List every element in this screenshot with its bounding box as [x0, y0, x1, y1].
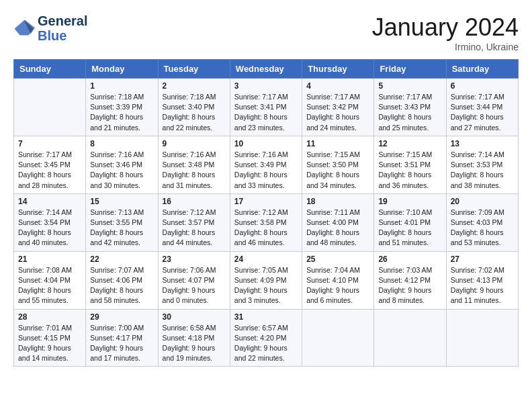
cell-content: Sunrise: 7:18 AM Sunset: 3:40 PM Dayligh…	[163, 92, 226, 133]
calendar-cell: 30Sunrise: 6:58 AM Sunset: 4:18 PM Dayli…	[158, 309, 230, 367]
cell-content: Sunrise: 7:16 AM Sunset: 3:46 PM Dayligh…	[90, 150, 153, 191]
calendar-cell: 29Sunrise: 7:00 AM Sunset: 4:17 PM Dayli…	[86, 309, 158, 367]
cell-content: Sunrise: 7:16 AM Sunset: 3:48 PM Dayligh…	[163, 150, 226, 191]
day-number: 6	[451, 81, 514, 91]
calendar-cell: 28Sunrise: 7:01 AM Sunset: 4:15 PM Dayli…	[14, 309, 86, 367]
month-title: January 2024	[372, 13, 519, 42]
calendar-cell: 1Sunrise: 7:18 AM Sunset: 3:39 PM Daylig…	[86, 79, 158, 136]
calendar-cell: 17Sunrise: 7:12 AM Sunset: 3:58 PM Dayli…	[230, 193, 302, 251]
cell-content: Sunrise: 7:14 AM Sunset: 3:53 PM Dayligh…	[451, 150, 514, 191]
day-number: 28	[18, 312, 81, 322]
calendar-cell: 21Sunrise: 7:08 AM Sunset: 4:04 PM Dayli…	[14, 251, 86, 309]
cell-content: Sunrise: 7:06 AM Sunset: 4:07 PM Dayligh…	[163, 265, 226, 306]
day-number: 12	[378, 139, 441, 148]
calendar-cell: 18Sunrise: 7:11 AM Sunset: 4:00 PM Dayli…	[302, 193, 374, 251]
header-row: SundayMondayTuesdayWednesdayThursdayFrid…	[14, 60, 519, 79]
cell-content: Sunrise: 7:02 AM Sunset: 4:13 PM Dayligh…	[451, 265, 514, 306]
cell-content: Sunrise: 7:13 AM Sunset: 3:55 PM Dayligh…	[90, 208, 153, 248]
logo: General Blue	[13, 13, 87, 43]
header-day-sunday: Sunday	[14, 60, 86, 79]
day-number: 1	[90, 81, 153, 91]
day-number: 14	[18, 197, 81, 206]
day-number: 9	[163, 139, 226, 148]
day-number: 26	[378, 255, 441, 264]
page-header: General Blue January 2024 Irmino, Ukrain…	[13, 13, 519, 52]
header-day-thursday: Thursday	[302, 60, 374, 79]
week-row-4: 28Sunrise: 7:01 AM Sunset: 4:15 PM Dayli…	[14, 309, 519, 367]
day-number: 8	[90, 139, 153, 148]
day-number: 23	[163, 255, 226, 264]
day-number: 29	[90, 312, 153, 322]
calendar-cell: 2Sunrise: 7:18 AM Sunset: 3:40 PM Daylig…	[158, 79, 230, 136]
calendar-cell: 13Sunrise: 7:14 AM Sunset: 3:53 PM Dayli…	[446, 136, 518, 193]
cell-content: Sunrise: 6:57 AM Sunset: 4:20 PM Dayligh…	[234, 323, 298, 364]
calendar-cell: 8Sunrise: 7:16 AM Sunset: 3:46 PM Daylig…	[86, 136, 158, 193]
calendar-cell: 19Sunrise: 7:10 AM Sunset: 4:01 PM Dayli…	[374, 193, 446, 251]
cell-content: Sunrise: 6:58 AM Sunset: 4:18 PM Dayligh…	[163, 323, 226, 364]
day-number: 25	[306, 255, 369, 264]
cell-content: Sunrise: 7:17 AM Sunset: 3:42 PM Dayligh…	[306, 92, 369, 133]
logo-icon	[13, 19, 35, 38]
calendar-cell: 26Sunrise: 7:03 AM Sunset: 4:12 PM Dayli…	[374, 251, 446, 309]
header-day-saturday: Saturday	[446, 60, 518, 79]
day-number: 13	[451, 139, 514, 148]
cell-content: Sunrise: 7:07 AM Sunset: 4:06 PM Dayligh…	[90, 265, 153, 306]
calendar-cell: 15Sunrise: 7:13 AM Sunset: 3:55 PM Dayli…	[86, 193, 158, 251]
day-number: 20	[451, 197, 514, 206]
calendar-cell	[302, 309, 374, 367]
cell-content: Sunrise: 7:12 AM Sunset: 3:57 PM Dayligh…	[163, 208, 226, 248]
week-row-0: 1Sunrise: 7:18 AM Sunset: 3:39 PM Daylig…	[14, 79, 519, 136]
week-row-3: 21Sunrise: 7:08 AM Sunset: 4:04 PM Dayli…	[14, 251, 519, 309]
cell-content: Sunrise: 7:01 AM Sunset: 4:15 PM Dayligh…	[18, 323, 81, 364]
week-row-2: 14Sunrise: 7:14 AM Sunset: 3:54 PM Dayli…	[14, 193, 519, 251]
calendar-cell: 7Sunrise: 7:17 AM Sunset: 3:45 PM Daylig…	[14, 136, 86, 193]
day-number: 30	[163, 312, 226, 322]
calendar-cell: 6Sunrise: 7:17 AM Sunset: 3:44 PM Daylig…	[446, 79, 518, 136]
day-number: 21	[18, 255, 81, 264]
day-number: 24	[234, 255, 298, 264]
day-number: 3	[234, 81, 298, 91]
day-number: 16	[163, 197, 226, 206]
calendar-body: 1Sunrise: 7:18 AM Sunset: 3:39 PM Daylig…	[14, 79, 519, 367]
day-number: 18	[306, 197, 369, 206]
calendar-cell: 5Sunrise: 7:17 AM Sunset: 3:43 PM Daylig…	[374, 79, 446, 136]
logo-blue: Blue	[38, 28, 66, 43]
calendar-cell: 12Sunrise: 7:15 AM Sunset: 3:51 PM Dayli…	[374, 136, 446, 193]
cell-content: Sunrise: 7:12 AM Sunset: 3:58 PM Dayligh…	[234, 208, 298, 248]
day-number: 5	[378, 81, 441, 91]
day-number: 17	[234, 197, 298, 206]
cell-content: Sunrise: 7:04 AM Sunset: 4:10 PM Dayligh…	[306, 265, 369, 306]
calendar-cell	[446, 309, 518, 367]
calendar-cell: 9Sunrise: 7:16 AM Sunset: 3:48 PM Daylig…	[158, 136, 230, 193]
calendar-cell: 27Sunrise: 7:02 AM Sunset: 4:13 PM Dayli…	[446, 251, 518, 309]
calendar-cell: 31Sunrise: 6:57 AM Sunset: 4:20 PM Dayli…	[230, 309, 302, 367]
cell-content: Sunrise: 7:00 AM Sunset: 4:17 PM Dayligh…	[90, 323, 153, 364]
calendar-cell	[14, 79, 86, 136]
logo-general: General	[38, 13, 87, 28]
cell-content: Sunrise: 7:14 AM Sunset: 3:54 PM Dayligh…	[18, 208, 81, 248]
calendar-table: SundayMondayTuesdayWednesdayThursdayFrid…	[13, 59, 519, 367]
calendar-cell: 20Sunrise: 7:09 AM Sunset: 4:03 PM Dayli…	[446, 193, 518, 251]
day-number: 22	[90, 255, 153, 264]
day-number: 19	[378, 197, 441, 206]
day-number: 7	[18, 139, 81, 148]
cell-content: Sunrise: 7:08 AM Sunset: 4:04 PM Dayligh…	[18, 265, 81, 306]
logo-text: General Blue	[38, 13, 87, 43]
day-number: 11	[306, 139, 369, 148]
day-number: 2	[163, 81, 226, 91]
day-number: 15	[90, 197, 153, 206]
cell-content: Sunrise: 7:17 AM Sunset: 3:44 PM Dayligh…	[451, 92, 514, 133]
calendar-header: SundayMondayTuesdayWednesdayThursdayFrid…	[14, 60, 519, 79]
header-day-wednesday: Wednesday	[230, 60, 302, 79]
cell-content: Sunrise: 7:10 AM Sunset: 4:01 PM Dayligh…	[378, 208, 441, 248]
header-day-friday: Friday	[374, 60, 446, 79]
calendar-cell: 10Sunrise: 7:16 AM Sunset: 3:49 PM Dayli…	[230, 136, 302, 193]
cell-content: Sunrise: 7:16 AM Sunset: 3:49 PM Dayligh…	[234, 150, 298, 191]
title-area: January 2024 Irmino, Ukraine	[372, 13, 519, 52]
header-day-tuesday: Tuesday	[158, 60, 230, 79]
week-row-1: 7Sunrise: 7:17 AM Sunset: 3:45 PM Daylig…	[14, 136, 519, 193]
location: Irmino, Ukraine	[372, 42, 519, 52]
cell-content: Sunrise: 7:09 AM Sunset: 4:03 PM Dayligh…	[451, 208, 514, 248]
calendar-cell: 23Sunrise: 7:06 AM Sunset: 4:07 PM Dayli…	[158, 251, 230, 309]
day-number: 27	[451, 255, 514, 264]
